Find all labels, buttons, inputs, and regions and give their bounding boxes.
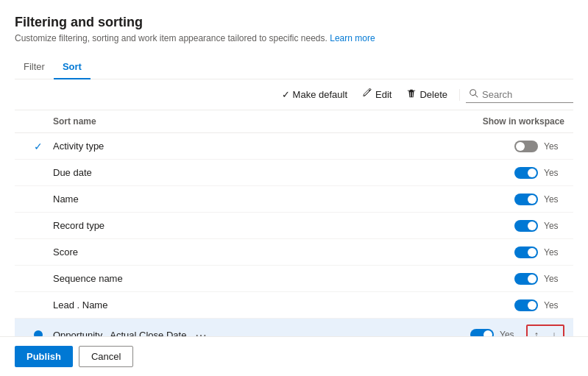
workspace-toggle[interactable] <box>514 299 538 311</box>
row-name: Score <box>53 246 432 258</box>
tab-filter[interactable]: Filter <box>15 55 54 79</box>
delete-icon <box>406 88 417 101</box>
tabs-container: Filter Sort <box>15 55 573 79</box>
table-row[interactable]: ScoreYes <box>15 239 573 266</box>
edit-button[interactable]: Edit <box>356 85 397 104</box>
search-input[interactable] <box>482 89 570 100</box>
row-workspace-toggle: Yes <box>432 167 564 179</box>
workspace-toggle[interactable] <box>514 273 538 285</box>
row-workspace-toggle: Yes <box>432 141 564 152</box>
toggle-label: Yes <box>544 168 564 178</box>
sort-name-label: Score <box>53 246 78 258</box>
cancel-button[interactable]: Cancel <box>79 346 133 367</box>
delete-button[interactable]: Delete <box>400 85 453 104</box>
row-workspace-toggle: Yes <box>432 273 564 285</box>
sort-name-label: Lead . Name <box>53 299 107 311</box>
row-workspace-toggle: Yes <box>432 246 564 258</box>
checkmark-icon: ✓ <box>282 89 290 100</box>
toolbar: ✓ Make default Edit Delete <box>15 79 573 110</box>
toggle-label: Yes <box>544 194 564 205</box>
learn-more-link[interactable]: Learn more <box>330 33 375 43</box>
sort-name-label: Name <box>53 194 79 205</box>
publish-button[interactable]: Publish <box>15 346 73 367</box>
svg-point-0 <box>470 89 476 95</box>
row-workspace-toggle: Yes <box>432 299 564 311</box>
workspace-toggle[interactable] <box>514 141 538 152</box>
table-row[interactable]: Lead . NameYes <box>15 292 573 319</box>
workspace-toggle[interactable] <box>514 194 538 205</box>
row-workspace-toggle: Yes <box>432 194 564 205</box>
search-box <box>466 87 573 103</box>
sort-name-label: Sequence name <box>53 273 123 284</box>
row-name: Activity type <box>53 141 432 152</box>
check-icon: ✓ <box>34 141 43 152</box>
workspace-toggle[interactable] <box>514 246 538 258</box>
toolbar-divider <box>459 89 460 101</box>
table-row[interactable]: ✓Activity typeYes <box>15 133 573 160</box>
row-name: Due date <box>53 167 432 178</box>
footer: Publish Cancel <box>0 336 588 376</box>
sort-name-label: Due date <box>53 167 92 178</box>
table-row[interactable]: Sequence nameYes <box>15 266 573 292</box>
table-row[interactable]: Due dateYes <box>15 160 573 186</box>
sort-name-label: Activity type <box>53 141 104 152</box>
row-indicator: ✓ <box>24 141 53 152</box>
toggle-label: Yes <box>544 247 564 258</box>
row-name: Lead . Name <box>53 299 432 311</box>
table-header: Sort name Show in workspace <box>15 110 573 133</box>
edit-icon <box>362 88 372 101</box>
page-title: Filtering and sorting <box>15 15 573 30</box>
workspace-toggle[interactable] <box>514 220 538 232</box>
table-row[interactable]: NameYes <box>15 186 573 213</box>
toggle-label: Yes <box>544 300 564 311</box>
toggle-label: Yes <box>544 141 564 152</box>
row-workspace-toggle: Yes <box>432 220 564 232</box>
table-row[interactable]: Record typeYes <box>15 213 573 239</box>
workspace-toggle[interactable] <box>514 167 538 179</box>
sort-name-label: Record type <box>53 220 105 231</box>
toggle-label: Yes <box>544 221 564 231</box>
row-name: Name <box>53 194 432 205</box>
row-name: Record type <box>53 220 432 231</box>
tab-sort[interactable]: Sort <box>54 55 91 79</box>
page-subtitle: Customize filtering, sorting and work it… <box>15 33 573 43</box>
svg-line-1 <box>475 94 478 97</box>
make-default-button[interactable]: ✓ Make default <box>276 86 353 103</box>
toggle-label: Yes <box>544 274 564 284</box>
table-body: ✓Activity typeYesDue dateYesNameYesRecor… <box>15 133 573 352</box>
row-name: Sequence name <box>53 273 432 284</box>
search-icon <box>469 88 479 101</box>
